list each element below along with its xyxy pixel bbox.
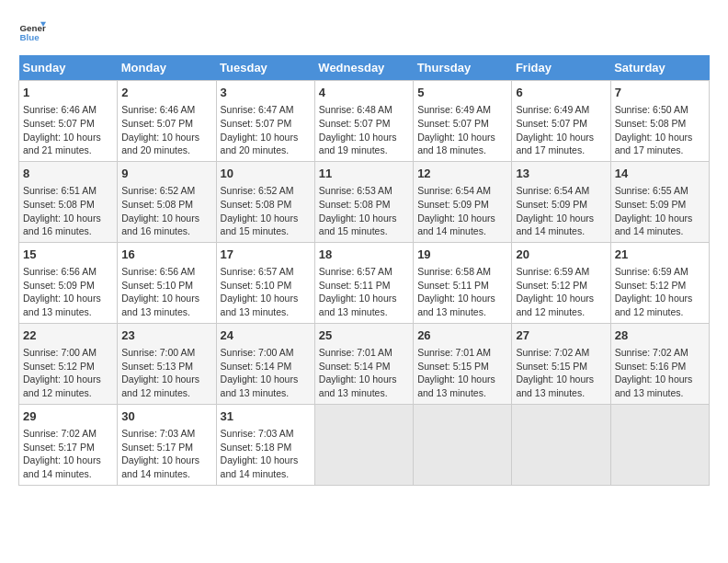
calendar-week-row: 22Sunrise: 7:00 AM Sunset: 5:12 PM Dayli…	[19, 323, 710, 404]
calendar-cell: 16Sunrise: 6:56 AM Sunset: 5:10 PM Dayli…	[118, 242, 216, 323]
header-friday: Friday	[512, 55, 610, 81]
header-tuesday: Tuesday	[216, 55, 314, 81]
calendar-cell: 1Sunrise: 6:46 AM Sunset: 5:07 PM Daylig…	[19, 81, 118, 162]
calendar-cell: 27Sunrise: 7:02 AM Sunset: 5:15 PM Dayli…	[512, 323, 610, 404]
day-number: 29	[23, 408, 113, 425]
calendar-header-row: SundayMondayTuesdayWednesdayThursdayFrid…	[19, 55, 710, 81]
calendar-cell: 15Sunrise: 6:56 AM Sunset: 5:09 PM Dayli…	[19, 242, 118, 323]
day-number: 12	[417, 166, 507, 182]
day-number: 8	[23, 166, 113, 182]
day-info: Sunrise: 6:50 AM Sunset: 5:08 PM Dayligh…	[615, 103, 705, 157]
day-info: Sunrise: 7:01 AM Sunset: 5:15 PM Dayligh…	[417, 346, 507, 400]
day-info: Sunrise: 6:51 AM Sunset: 5:08 PM Dayligh…	[23, 184, 113, 238]
day-number: 30	[121, 408, 211, 425]
day-info: Sunrise: 6:56 AM Sunset: 5:10 PM Dayligh…	[121, 265, 211, 319]
day-number: 11	[319, 166, 409, 182]
calendar-cell: 28Sunrise: 7:02 AM Sunset: 5:16 PM Dayli…	[610, 323, 709, 404]
day-number: 5	[417, 85, 507, 101]
day-info: Sunrise: 6:49 AM Sunset: 5:07 PM Dayligh…	[516, 103, 606, 157]
day-number: 9	[121, 166, 211, 182]
day-info: Sunrise: 7:01 AM Sunset: 5:14 PM Dayligh…	[319, 346, 409, 400]
day-number: 7	[615, 85, 705, 101]
calendar-cell	[610, 404, 709, 485]
day-info: Sunrise: 7:02 AM Sunset: 5:16 PM Dayligh…	[615, 346, 705, 400]
calendar-cell: 29Sunrise: 7:02 AM Sunset: 5:17 PM Dayli…	[19, 404, 118, 485]
day-number: 18	[319, 247, 409, 263]
day-info: Sunrise: 7:00 AM Sunset: 5:12 PM Dayligh…	[23, 346, 113, 400]
calendar-cell: 13Sunrise: 6:54 AM Sunset: 5:09 PM Dayli…	[512, 161, 610, 242]
calendar-cell: 30Sunrise: 7:03 AM Sunset: 5:17 PM Dayli…	[118, 404, 216, 485]
page-header: General Blue	[18, 18, 710, 46]
day-info: Sunrise: 7:03 AM Sunset: 5:18 PM Dayligh…	[221, 427, 311, 481]
calendar-cell: 10Sunrise: 6:52 AM Sunset: 5:08 PM Dayli…	[216, 161, 314, 242]
calendar-cell: 31Sunrise: 7:03 AM Sunset: 5:18 PM Dayli…	[216, 404, 314, 485]
day-info: Sunrise: 6:48 AM Sunset: 5:07 PM Dayligh…	[319, 103, 409, 157]
calendar-week-row: 1Sunrise: 6:46 AM Sunset: 5:07 PM Daylig…	[19, 81, 710, 162]
calendar-cell: 11Sunrise: 6:53 AM Sunset: 5:08 PM Dayli…	[314, 161, 413, 242]
calendar-cell: 9Sunrise: 6:52 AM Sunset: 5:08 PM Daylig…	[118, 161, 216, 242]
day-info: Sunrise: 6:59 AM Sunset: 5:12 PM Dayligh…	[615, 265, 705, 319]
calendar-week-row: 8Sunrise: 6:51 AM Sunset: 5:08 PM Daylig…	[19, 161, 710, 242]
day-info: Sunrise: 7:02 AM Sunset: 5:17 PM Dayligh…	[23, 427, 113, 481]
calendar-cell: 7Sunrise: 6:50 AM Sunset: 5:08 PM Daylig…	[610, 81, 709, 162]
day-number: 19	[417, 247, 507, 263]
logo: General Blue	[18, 18, 48, 46]
calendar-cell: 8Sunrise: 6:51 AM Sunset: 5:08 PM Daylig…	[19, 161, 118, 242]
calendar-cell: 24Sunrise: 7:00 AM Sunset: 5:14 PM Dayli…	[216, 323, 314, 404]
calendar-cell: 23Sunrise: 7:00 AM Sunset: 5:13 PM Dayli…	[118, 323, 216, 404]
calendar-cell: 21Sunrise: 6:59 AM Sunset: 5:12 PM Dayli…	[610, 242, 709, 323]
header-wednesday: Wednesday	[314, 55, 413, 81]
day-number: 21	[615, 247, 705, 263]
day-info: Sunrise: 6:53 AM Sunset: 5:08 PM Dayligh…	[319, 184, 409, 238]
day-number: 3	[221, 85, 311, 101]
day-info: Sunrise: 6:54 AM Sunset: 5:09 PM Dayligh…	[417, 184, 507, 238]
calendar-cell	[414, 404, 512, 485]
day-number: 10	[221, 166, 311, 182]
calendar-cell: 22Sunrise: 7:00 AM Sunset: 5:12 PM Dayli…	[19, 323, 118, 404]
calendar-cell: 20Sunrise: 6:59 AM Sunset: 5:12 PM Dayli…	[512, 242, 610, 323]
calendar-cell: 14Sunrise: 6:55 AM Sunset: 5:09 PM Dayli…	[610, 161, 709, 242]
day-info: Sunrise: 7:03 AM Sunset: 5:17 PM Dayligh…	[121, 427, 211, 481]
day-info: Sunrise: 7:00 AM Sunset: 5:14 PM Dayligh…	[221, 346, 311, 400]
day-info: Sunrise: 6:52 AM Sunset: 5:08 PM Dayligh…	[221, 184, 311, 238]
svg-text:Blue: Blue	[20, 32, 40, 42]
day-info: Sunrise: 6:46 AM Sunset: 5:07 PM Dayligh…	[23, 103, 113, 157]
day-info: Sunrise: 7:00 AM Sunset: 5:13 PM Dayligh…	[121, 346, 211, 400]
day-number: 15	[23, 247, 113, 263]
day-number: 31	[221, 408, 311, 425]
calendar-cell: 3Sunrise: 6:47 AM Sunset: 5:07 PM Daylig…	[216, 81, 314, 162]
calendar-cell: 19Sunrise: 6:58 AM Sunset: 5:11 PM Dayli…	[414, 242, 512, 323]
calendar-week-row: 15Sunrise: 6:56 AM Sunset: 5:09 PM Dayli…	[19, 242, 710, 323]
day-info: Sunrise: 6:54 AM Sunset: 5:09 PM Dayligh…	[516, 184, 606, 238]
calendar-cell: 6Sunrise: 6:49 AM Sunset: 5:07 PM Daylig…	[512, 81, 610, 162]
day-number: 6	[516, 85, 606, 101]
day-info: Sunrise: 6:58 AM Sunset: 5:11 PM Dayligh…	[417, 265, 507, 319]
day-number: 22	[23, 327, 113, 344]
calendar-cell: 18Sunrise: 6:57 AM Sunset: 5:11 PM Dayli…	[314, 242, 413, 323]
day-number: 20	[516, 247, 606, 263]
logo-icon: General Blue	[18, 18, 46, 46]
day-number: 16	[121, 247, 211, 263]
calendar-cell: 5Sunrise: 6:49 AM Sunset: 5:07 PM Daylig…	[414, 81, 512, 162]
day-info: Sunrise: 7:02 AM Sunset: 5:15 PM Dayligh…	[516, 346, 606, 400]
calendar-table: SundayMondayTuesdayWednesdayThursdayFrid…	[18, 55, 710, 486]
header-thursday: Thursday	[414, 55, 512, 81]
day-number: 24	[221, 327, 311, 344]
day-number: 4	[319, 85, 409, 101]
day-info: Sunrise: 6:52 AM Sunset: 5:08 PM Dayligh…	[121, 184, 211, 238]
day-info: Sunrise: 6:55 AM Sunset: 5:09 PM Dayligh…	[615, 184, 705, 238]
calendar-cell: 2Sunrise: 6:46 AM Sunset: 5:07 PM Daylig…	[118, 81, 216, 162]
day-info: Sunrise: 6:46 AM Sunset: 5:07 PM Dayligh…	[121, 103, 211, 157]
header-saturday: Saturday	[610, 55, 709, 81]
day-info: Sunrise: 6:59 AM Sunset: 5:12 PM Dayligh…	[516, 265, 606, 319]
day-number: 17	[221, 247, 311, 263]
day-number: 1	[23, 85, 113, 101]
day-number: 13	[516, 166, 606, 182]
header-monday: Monday	[118, 55, 216, 81]
calendar-cell: 12Sunrise: 6:54 AM Sunset: 5:09 PM Dayli…	[414, 161, 512, 242]
day-number: 25	[319, 327, 409, 344]
calendar-cell: 4Sunrise: 6:48 AM Sunset: 5:07 PM Daylig…	[314, 81, 413, 162]
calendar-cell: 25Sunrise: 7:01 AM Sunset: 5:14 PM Dayli…	[314, 323, 413, 404]
calendar-cell: 26Sunrise: 7:01 AM Sunset: 5:15 PM Dayli…	[414, 323, 512, 404]
day-number: 27	[516, 327, 606, 344]
